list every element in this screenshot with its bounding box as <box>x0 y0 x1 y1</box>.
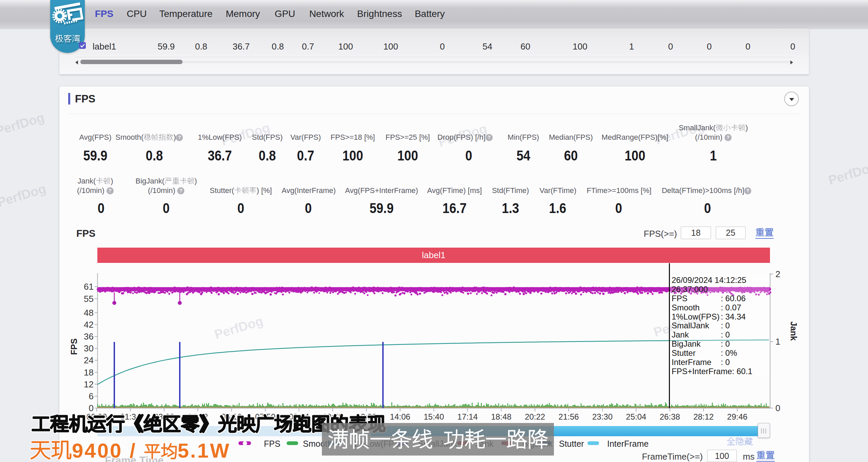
svg-text:20:22: 20:22 <box>525 412 545 421</box>
svg-text:42: 42 <box>84 320 94 330</box>
svg-text:48: 48 <box>84 308 94 318</box>
svg-text:30: 30 <box>84 343 94 353</box>
svg-text:61: 61 <box>84 282 94 292</box>
svg-text:24: 24 <box>84 355 94 365</box>
svg-text:15:40: 15:40 <box>424 412 444 421</box>
svg-text:6: 6 <box>89 391 94 401</box>
svg-text:FPS: FPS <box>69 339 79 355</box>
svg-text:18: 18 <box>84 367 94 378</box>
svg-text:0: 0 <box>775 403 780 413</box>
svg-text:36: 36 <box>84 331 94 342</box>
svg-text:17:14: 17:14 <box>457 412 478 421</box>
svg-text:18:48: 18:48 <box>491 412 512 421</box>
svg-text:23:30: 23:30 <box>592 412 613 421</box>
svg-text:0: 0 <box>89 403 94 413</box>
svg-text:12: 12 <box>84 379 94 389</box>
svg-text:55: 55 <box>84 294 94 304</box>
svg-text:26:38: 26:38 <box>660 412 680 421</box>
svg-text:21:56: 21:56 <box>559 412 579 421</box>
svg-text:25:04: 25:04 <box>626 412 646 421</box>
svg-text:Jank: Jank <box>789 322 798 341</box>
svg-text:29:46: 29:46 <box>727 412 748 421</box>
svg-text:28:12: 28:12 <box>693 412 714 421</box>
svg-text:14:06: 14:06 <box>390 412 410 421</box>
